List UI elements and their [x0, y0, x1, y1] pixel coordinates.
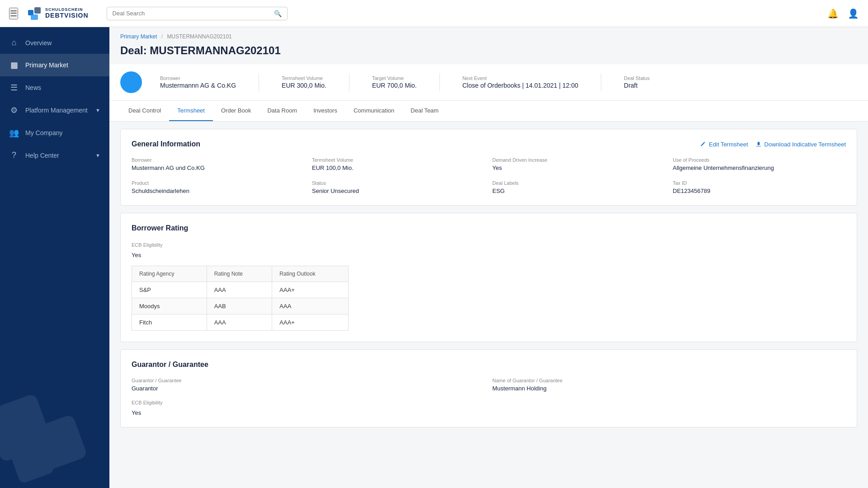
- sidebar-nav: ⌂ Overview ▦ Primary Market ☰ News ⚙ Pla…: [0, 27, 109, 166]
- sp-note: AAA: [207, 282, 272, 298]
- edit-termsheet-button[interactable]: Edit Termsheet: [700, 141, 748, 148]
- deal-summary: Borrower Mustermannn AG & Co.KG Termshee…: [109, 64, 868, 101]
- info-status-label: Status: [312, 180, 485, 186]
- info-demand-value: Yes: [492, 164, 665, 171]
- sidebar: ⌂ Overview ▦ Primary Market ☰ News ⚙ Pla…: [0, 27, 109, 488]
- info-use-value: Allgemeine Unternehmensfinanzierung: [673, 164, 846, 171]
- ecb-eligibility-label: ECB Eligibility: [132, 242, 162, 248]
- ecb-eligibility-value-row: Yes: [132, 252, 846, 258]
- info-termsheet-volume: Termsheet Volume EUR 100,0 Mio.: [312, 157, 485, 171]
- page-header: Deal: MUSTERMANNAG202101: [109, 42, 868, 64]
- sidebar-item-overview[interactable]: ⌂ Overview: [0, 32, 109, 54]
- logo-icon: [27, 6, 42, 21]
- info-termsheet-vol-label: Termsheet Volume: [312, 157, 485, 163]
- general-info-actions: Edit Termsheet Download Indicative Terms…: [700, 141, 846, 148]
- download-termsheet-label: Download Indicative Termsheet: [764, 141, 846, 148]
- sidebar-item-my-company[interactable]: 👥 My Company: [0, 122, 109, 144]
- info-tax-id-label: Tax ID: [673, 180, 846, 186]
- download-termsheet-button[interactable]: Download Indicative Termsheet: [755, 141, 846, 148]
- table-row: Moodys AAB AAA: [132, 298, 349, 314]
- deal-status-group: Deal Status Draft: [624, 75, 650, 89]
- tab-deal-team[interactable]: Deal Team: [402, 101, 447, 121]
- sidebar-label-my-company: My Company: [25, 129, 62, 136]
- rating-outlook-header: Rating Outlook: [272, 266, 349, 282]
- rating-table: Rating Agency Rating Note Rating Outlook…: [132, 266, 349, 331]
- svg-rect-1: [34, 7, 41, 14]
- guarantor-name-value: Mustermann Holding: [492, 385, 846, 392]
- tab-deal-control[interactable]: Deal Control: [120, 101, 169, 121]
- tab-termsheet[interactable]: Termsheet: [169, 101, 213, 121]
- info-product-value: Schuldscheindarlehen: [132, 188, 305, 194]
- sidebar-item-news[interactable]: ☰ News: [0, 76, 109, 99]
- tab-data-room[interactable]: Data Room: [259, 101, 305, 121]
- sidebar-item-platform-management[interactable]: ⚙ Platform Management ▼: [0, 99, 109, 122]
- guarantor-type: Guarantor / Guarantee Guarantor: [132, 378, 485, 392]
- user-profile-button[interactable]: 👤: [848, 8, 859, 19]
- edit-termsheet-label: Edit Termsheet: [709, 141, 748, 148]
- general-info-grid: Borrower Mustermann AG und Co.KG Termshe…: [132, 157, 846, 194]
- home-icon: ⌂: [9, 38, 19, 47]
- termsheet-volume-group: Termsheet Volume EUR 300,0 Mio.: [282, 75, 326, 89]
- sp-agency: S&P: [132, 282, 207, 298]
- sidebar-decoration: [0, 352, 109, 488]
- page-title: Deal: MUSTERMANNAG202101: [120, 44, 857, 57]
- hamburger-menu[interactable]: ☰: [9, 8, 18, 19]
- target-volume-label: Target Volume: [372, 75, 417, 81]
- target-volume-group: Target Volume EUR 700,0 Mio.: [372, 75, 417, 89]
- guarantor-type-value: Guarantor: [132, 385, 485, 392]
- fitch-agency: Fitch: [132, 314, 207, 331]
- platform-management-chevron: ▼: [95, 108, 100, 113]
- breadcrumb-parent-link[interactable]: Primary Market: [120, 33, 157, 40]
- guarantor-ecb-value-row: Yes: [132, 409, 846, 416]
- breadcrumb-current: MUSTERMANNAG202101: [167, 33, 231, 40]
- next-event-label: Next Event: [462, 75, 578, 81]
- notifications-button[interactable]: 🔔: [827, 8, 839, 19]
- search-input[interactable]: [113, 10, 270, 17]
- general-information-section: General Information Edit Termsheet Downl…: [120, 129, 857, 206]
- news-icon: ☰: [9, 83, 19, 93]
- sidebar-label-news: News: [25, 84, 41, 91]
- top-right-icons: 🔔 👤: [827, 8, 859, 19]
- info-tax-id: Tax ID DE123456789: [673, 180, 846, 194]
- info-deal-labels: Deal Labels ESG: [492, 180, 665, 194]
- guarantor-ecb-value: Yes: [132, 409, 141, 416]
- search-icon: 🔍: [274, 10, 282, 17]
- termsheet-volume-label: Termsheet Volume: [282, 75, 326, 81]
- platform-management-icon: ⚙: [9, 105, 19, 115]
- sidebar-item-primary-market[interactable]: ▦ Primary Market: [0, 54, 109, 76]
- borrower-value: Mustermannn AG & Co.KG: [160, 82, 236, 89]
- primary-market-icon: ▦: [9, 60, 19, 70]
- tab-investors[interactable]: Investors: [305, 101, 345, 121]
- info-borrower-value: Mustermann AG und Co.KG: [132, 164, 305, 171]
- next-event-group: Next Event Close of Orderbooks | 14.01.2…: [462, 75, 578, 89]
- table-row: Fitch AAA AAA+: [132, 314, 349, 331]
- moodys-outlook: AAA: [272, 298, 349, 314]
- help-center-icon: ?: [9, 150, 19, 160]
- guarantor-section: Guarantor / Guarantee Guarantor / Guaran…: [120, 349, 857, 427]
- target-volume-value: EUR 700,0 Mio.: [372, 82, 417, 89]
- breadcrumb-separator: /: [161, 33, 163, 40]
- deal-status-label: Deal Status: [624, 75, 650, 81]
- general-info-header: General Information Edit Termsheet Downl…: [132, 140, 846, 148]
- sidebar-item-help-center[interactable]: ? Help Center ▼: [0, 144, 109, 166]
- info-borrower: Borrower Mustermann AG und Co.KG: [132, 157, 305, 171]
- app-container: ☰ SCHULDSCHEIN DEBTVISION 🔍 🔔 👤: [0, 0, 868, 488]
- logo-debtvision: DEBTVISION: [45, 12, 89, 19]
- tab-communication[interactable]: Communication: [345, 101, 402, 121]
- guarantor-header: Guarantor / Guarantee: [132, 361, 846, 369]
- breadcrumb: Primary Market / MUSTERMANNAG202101: [109, 27, 868, 42]
- deal-borrower-group: Borrower Mustermannn AG & Co.KG: [160, 75, 236, 89]
- borrower-rating-section: Borrower Rating ECB Eligibility Yes Rati…: [120, 213, 857, 342]
- logo-text: SCHULDSCHEIN DEBTVISION: [45, 8, 89, 19]
- moodys-agency: Moodys: [132, 298, 207, 314]
- fitch-note: AAA: [207, 314, 272, 331]
- guarantor-type-label: Guarantor / Guarantee: [132, 378, 485, 383]
- help-center-chevron: ▼: [95, 153, 100, 158]
- ecb-eligibility-value: Yes: [132, 252, 141, 258]
- divider-4: [601, 73, 601, 91]
- tab-order-book[interactable]: Order Book: [213, 101, 259, 121]
- info-demand-label: Demand Driven Increase: [492, 157, 665, 163]
- guarantor-title: Guarantor / Guarantee: [132, 361, 208, 369]
- info-use-label: Use of Proceeds: [673, 157, 846, 163]
- next-event-value: Close of Orderbooks | 14.01.2021 | 12:00: [462, 82, 578, 89]
